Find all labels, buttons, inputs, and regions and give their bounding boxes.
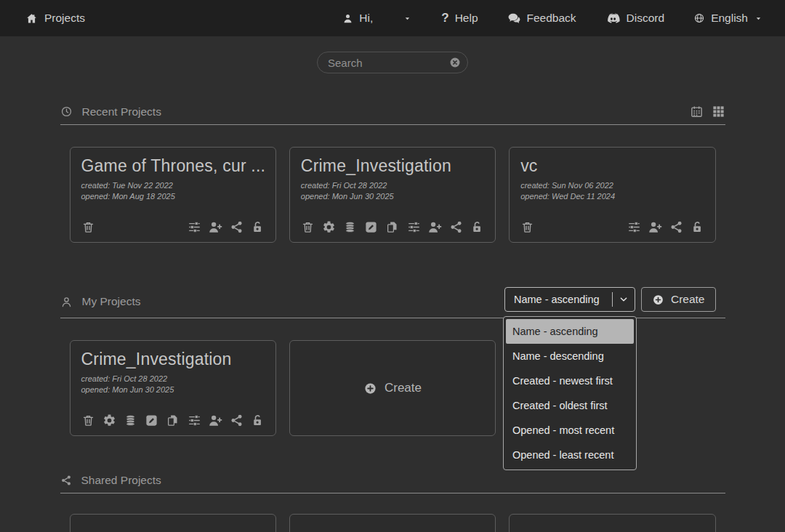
recent-projects-section: Recent Projects Game of Thrones, cur ...… [60, 105, 725, 243]
database-icon [343, 220, 357, 234]
sort-option-created-newest[interactable]: Created - newest first [506, 368, 634, 393]
duplicate-button[interactable] [166, 414, 180, 427]
divider [60, 124, 725, 125]
delete-button[interactable] [301, 220, 315, 234]
grid-view-button[interactable] [712, 105, 725, 118]
sort-option-name-desc[interactable]: Name - descending [506, 344, 634, 368]
language-menu[interactable]: English [693, 12, 763, 25]
data-button[interactable] [124, 414, 137, 427]
discord-icon [605, 11, 621, 26]
unlock-icon [251, 414, 265, 427]
search-input[interactable] [328, 57, 448, 69]
project-title[interactable]: Crime_Investigation [81, 350, 265, 369]
feedback-icon [507, 12, 521, 25]
share-button[interactable] [449, 220, 463, 234]
project-card[interactable]: Crime_Investigation created: Fri Oct 28 … [70, 340, 276, 436]
add-user-icon [209, 220, 222, 234]
lock-button[interactable] [470, 220, 484, 234]
trash-icon [301, 220, 315, 234]
search-box [317, 52, 468, 73]
sort-selected-value: Name - ascending [514, 294, 600, 305]
nav-projects[interactable]: Projects [25, 12, 85, 25]
feedback-label: Feedback [527, 12, 576, 25]
settings-sliders-button[interactable] [188, 414, 201, 427]
settings-sliders-button[interactable] [188, 220, 201, 234]
topnav: Hi, ? Help Feedback Discord English [342, 11, 763, 26]
select-separator [612, 292, 613, 307]
trash-icon [81, 414, 95, 427]
sort-option-created-oldest[interactable]: Created - oldest first [506, 393, 634, 418]
delete-button[interactable] [520, 220, 534, 234]
brand-label: Projects [44, 12, 85, 25]
sort-menu: Name - ascending Name - descending Creat… [503, 316, 637, 470]
project-card[interactable] [70, 514, 276, 532]
project-title[interactable]: Crime_Investigation [301, 156, 484, 176]
settings-button[interactable] [102, 414, 116, 427]
create-label: Create [671, 293, 705, 306]
duplicate-button[interactable] [385, 220, 399, 234]
sort-select[interactable]: Name - ascending [504, 287, 635, 312]
share-icon [60, 475, 72, 486]
duplicate-icon [166, 414, 180, 427]
lock-button[interactable] [251, 220, 265, 234]
project-card[interactable]: Crime_Investigation created: Fri Oct 28 … [289, 147, 496, 243]
lock-button[interactable] [691, 220, 704, 234]
clear-icon [448, 56, 462, 69]
unlock-icon [691, 220, 704, 234]
delete-button[interactable] [81, 220, 95, 234]
lock-button[interactable] [251, 414, 265, 427]
project-card[interactable] [289, 514, 496, 532]
globe-icon [693, 12, 705, 24]
settings-sliders-button[interactable] [407, 220, 421, 234]
search-row [0, 36, 785, 73]
trash-icon [81, 220, 95, 234]
rename-button[interactable] [145, 414, 158, 427]
plus-circle-icon [652, 294, 664, 306]
delete-button[interactable] [81, 414, 95, 427]
settings-sliders-button[interactable] [627, 220, 641, 234]
discord-label: Discord [627, 12, 665, 25]
sort-option-name-asc[interactable]: Name - ascending [506, 319, 634, 344]
grid-icon [712, 105, 725, 118]
nav-help[interactable]: ? Help [441, 11, 478, 25]
share-icon [230, 220, 243, 234]
project-card[interactable]: Game of Thrones, cur ... created: Tue No… [70, 147, 276, 243]
rename-button[interactable] [364, 220, 378, 234]
project-title[interactable]: vc [520, 156, 704, 176]
project-dates: created: Tue Nov 22 2022 opened: Mon Aug… [81, 180, 265, 202]
share-button[interactable] [230, 414, 243, 427]
sliders-icon [407, 220, 421, 234]
sliders-icon [188, 414, 201, 427]
user-menu[interactable]: Hi, [342, 12, 412, 25]
add-user-button[interactable] [209, 414, 222, 427]
my-projects-section: My Projects Name - ascending Name - asce… [60, 287, 725, 436]
add-user-button[interactable] [209, 220, 222, 234]
project-card[interactable]: vc created: Sun Nov 06 2022 opened: Wed … [509, 147, 715, 243]
add-user-button[interactable] [428, 220, 442, 234]
share-button[interactable] [230, 220, 243, 234]
calendar-view-button[interactable] [690, 105, 704, 118]
sliders-icon [627, 220, 641, 234]
project-dates: created: Fri Oct 28 2022 opened: Mon Jun… [301, 180, 484, 202]
nav-discord[interactable]: Discord [605, 11, 665, 26]
project-title[interactable]: Game of Thrones, cur ... [81, 156, 265, 176]
add-user-button[interactable] [648, 220, 662, 234]
sort-option-opened-most[interactable]: Opened - most recent [506, 418, 634, 443]
duplicate-icon [385, 220, 399, 234]
divider [60, 493, 725, 493]
nav-feedback[interactable]: Feedback [507, 12, 576, 25]
user-icon [342, 13, 353, 24]
sort-option-opened-least[interactable]: Opened - least recent [506, 443, 634, 467]
data-button[interactable] [343, 220, 357, 234]
create-button[interactable]: Create [641, 287, 716, 312]
help-label: Help [455, 12, 478, 25]
gear-icon [322, 220, 336, 234]
settings-button[interactable] [322, 220, 336, 234]
share-button[interactable] [669, 220, 683, 234]
create-card-label: Create [385, 381, 422, 395]
create-project-card[interactable]: Create [289, 340, 496, 436]
clear-search-button[interactable] [448, 56, 462, 69]
trash-icon [520, 220, 534, 234]
project-card[interactable] [509, 514, 715, 532]
caret-down-icon [403, 14, 412, 23]
